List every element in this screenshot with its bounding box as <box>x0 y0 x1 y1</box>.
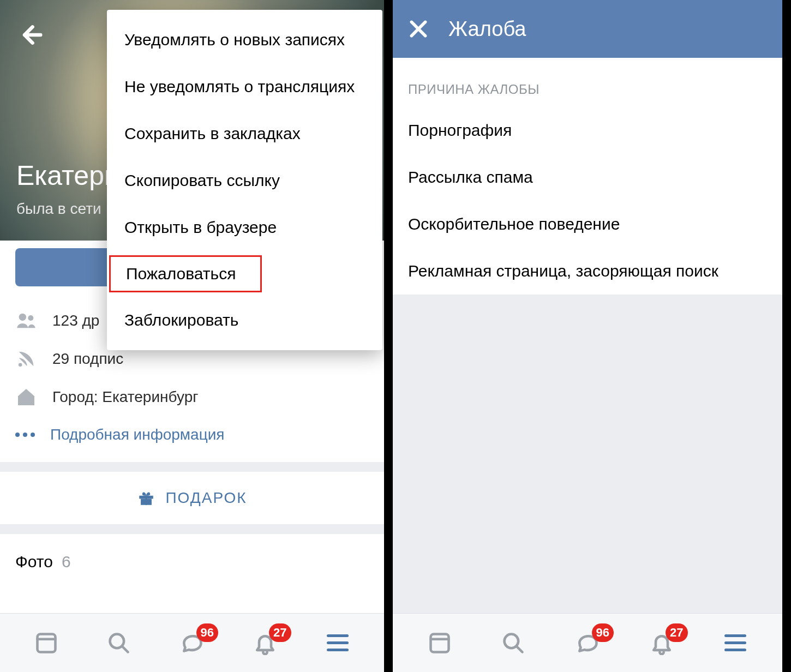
options-dropdown: Уведомлять о новых записяхНе уведомлять … <box>107 10 382 350</box>
report-option-2[interactable]: Оскорбительное поведение <box>393 201 782 248</box>
hamburger-icon <box>724 634 746 651</box>
close-icon[interactable] <box>408 19 429 39</box>
bottom-nav: 96 27 <box>393 613 782 672</box>
home-icon <box>15 386 37 408</box>
photos-section[interactable]: Фото 6 <box>0 534 384 590</box>
report-options-list: ПорнографияРассылка спамаОскорбительное … <box>393 107 782 295</box>
nav-search[interactable] <box>497 627 530 659</box>
messages-badge: 96 <box>196 623 218 642</box>
hamburger-icon <box>327 634 349 651</box>
nav-notifications[interactable]: 27 <box>249 627 281 659</box>
report-option-1[interactable]: Рассылка спама <box>393 154 782 201</box>
friends-icon <box>15 310 37 332</box>
nav-feed[interactable] <box>30 627 63 659</box>
more-info-row[interactable]: Подробная информация <box>0 416 384 462</box>
menu-item-5[interactable]: Пожаловаться <box>109 255 262 292</box>
menu-item-4[interactable]: Открыть в браузере <box>107 204 382 251</box>
gift-label: ПОДАРОК <box>165 489 247 507</box>
svg-point-2 <box>19 363 22 367</box>
notifications-badge: 27 <box>269 623 291 642</box>
profile-name: Екатери <box>16 160 119 191</box>
nav-menu[interactable] <box>321 627 354 659</box>
dots-icon <box>15 433 35 437</box>
divider <box>0 524 384 534</box>
photos-label: Фото <box>15 553 53 571</box>
gift-icon <box>137 489 155 507</box>
divider <box>0 462 384 472</box>
report-section-label: ПРИЧИНА ЖАЛОБЫ <box>393 58 782 107</box>
report-option-0[interactable]: Порнография <box>393 107 782 154</box>
report-screen: Жалоба ПРИЧИНА ЖАЛОБЫ ПорнографияРассылк… <box>393 0 782 672</box>
photos-count: 6 <box>62 553 71 571</box>
followers-text: 29 подпис <box>52 350 123 368</box>
nav-messages[interactable]: 96 <box>571 627 604 659</box>
rss-icon <box>15 348 37 370</box>
profile-screen: Екатери была в сети Сообщ 123 др 29 подп… <box>0 0 393 672</box>
notifications-badge: 27 <box>666 623 687 642</box>
report-title: Жалоба <box>448 17 526 41</box>
report-option-3[interactable]: Рекламная страница, засоряющая поиск <box>393 248 782 295</box>
more-info-label: Подробная информация <box>50 426 225 443</box>
city-text: Город: Екатеринбург <box>52 388 198 406</box>
nav-messages[interactable]: 96 <box>176 627 208 659</box>
nav-notifications[interactable]: 27 <box>645 627 678 659</box>
svg-rect-6 <box>37 634 55 652</box>
report-empty-area <box>393 295 782 613</box>
back-icon[interactable] <box>19 23 43 47</box>
menu-item-6[interactable]: Заблокировать <box>107 297 382 344</box>
friends-text: 123 др <box>52 312 99 329</box>
svg-point-1 <box>28 315 33 321</box>
svg-rect-5 <box>146 496 147 505</box>
city-row[interactable]: Город: Екатеринбург <box>15 378 369 416</box>
svg-point-0 <box>19 314 26 321</box>
nav-search[interactable] <box>103 627 135 659</box>
gift-button[interactable]: ПОДАРОК <box>0 472 384 524</box>
menu-item-2[interactable]: Сохранить в закладках <box>107 110 382 157</box>
nav-menu[interactable] <box>719 627 752 659</box>
menu-item-0[interactable]: Уведомлять о новых записях <box>107 16 382 63</box>
messages-badge: 96 <box>592 623 614 642</box>
menu-item-3[interactable]: Скопировать ссылку <box>107 157 382 204</box>
bottom-nav: 96 27 <box>0 613 384 672</box>
report-header: Жалоба <box>393 0 782 58</box>
nav-feed[interactable] <box>423 627 456 659</box>
profile-status: была в сети <box>16 200 101 218</box>
menu-item-1[interactable]: Не уведомлять о трансляциях <box>107 63 382 110</box>
svg-rect-8 <box>430 634 448 652</box>
